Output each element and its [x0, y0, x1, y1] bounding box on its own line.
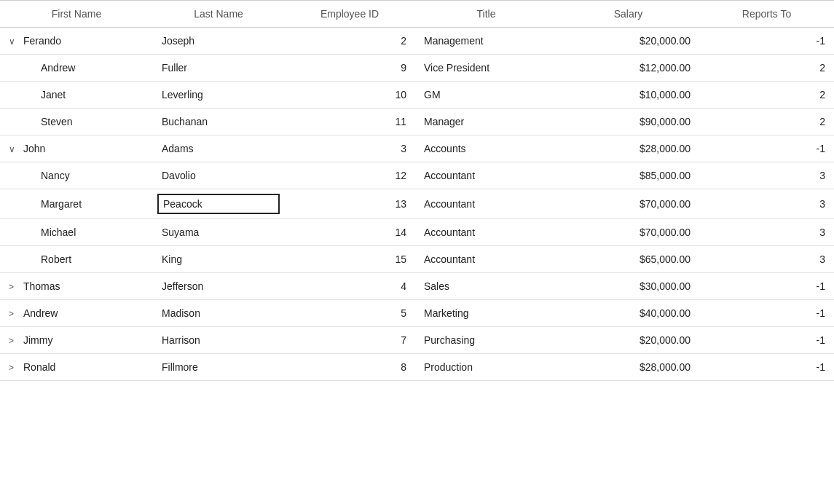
cell-emp-id: 5 — [284, 300, 415, 327]
cell-first-name: Nancy — [0, 162, 153, 189]
table-row[interactable]: MargaretPeacock13Accountant$70,000.003 — [0, 189, 834, 219]
cell-first-name: >Andrew — [0, 300, 153, 327]
cell-emp-id: 8 — [284, 354, 415, 381]
cell-emp-id: 9 — [284, 55, 415, 82]
cell-emp-id: 12 — [284, 162, 415, 189]
header-salary: Salary — [557, 1, 699, 28]
cell-reports-to: 3 — [699, 162, 834, 189]
expand-icon[interactable]: > — [9, 282, 20, 292]
expand-icon[interactable]: > — [9, 336, 20, 346]
first-name-text: Ronald — [23, 361, 55, 373]
table-row[interactable]: ∨FerandoJoseph2Management$20,000.00-1 — [0, 28, 834, 55]
header-emp-id: Employee ID — [284, 1, 415, 28]
cell-reports-to: 2 — [699, 55, 834, 82]
cell-first-name: Steven — [0, 109, 153, 135]
cell-emp-id: 2 — [284, 28, 415, 55]
cell-title: Accounts — [415, 135, 557, 162]
cell-last-name: Madison — [153, 300, 284, 327]
cell-last-name: Davolio — [153, 162, 284, 189]
cell-reports-to: 3 — [699, 189, 834, 219]
cell-last-name: Suyama — [153, 219, 284, 246]
cell-reports-to: -1 — [699, 28, 834, 55]
employee-table: First Name Last Name Employee ID Title S… — [0, 0, 834, 381]
cell-salary: $28,000.00 — [557, 135, 699, 162]
expand-icon[interactable]: > — [9, 309, 20, 319]
cell-last-name: King — [153, 246, 284, 273]
table-row[interactable]: AndrewFuller9Vice President$12,000.002 — [0, 55, 834, 82]
cell-first-name: ∨Ferando — [0, 28, 153, 55]
first-name-text: Robert — [41, 253, 71, 265]
cell-salary: $12,000.00 — [557, 55, 699, 82]
table-row[interactable]: MichaelSuyama14Accountant$70,000.003 — [0, 219, 834, 246]
table-row[interactable]: ∨JohnAdams3Accounts$28,000.00-1 — [0, 135, 834, 162]
cell-title: Accountant — [415, 219, 557, 246]
cell-emp-id: 14 — [284, 219, 415, 246]
collapse-icon[interactable]: ∨ — [9, 144, 20, 154]
data-grid: First Name Last Name Employee ID Title S… — [0, 0, 834, 381]
first-name-text: John — [23, 143, 45, 154]
cell-first-name: >Ronald — [0, 354, 153, 381]
cell-emp-id: 11 — [284, 109, 415, 135]
cell-salary: $65,000.00 — [557, 246, 699, 273]
table-row[interactable]: >JimmyHarrison7Purchasing$20,000.00-1 — [0, 327, 834, 354]
cell-emp-id: 3 — [284, 135, 415, 162]
first-name-text: Nancy — [41, 170, 70, 181]
cell-reports-to: 2 — [699, 82, 834, 109]
first-name-text: Andrew — [23, 307, 58, 319]
first-name-text: Michael — [41, 227, 76, 238]
cell-last-name: Joseph — [153, 28, 284, 55]
cell-last-name: Fillmore — [153, 354, 284, 381]
cell-title: Management — [415, 28, 557, 55]
cell-title: GM — [415, 82, 557, 109]
cell-emp-id: 7 — [284, 327, 415, 354]
cell-reports-to: 3 — [699, 219, 834, 246]
header-first-name: First Name — [0, 1, 153, 28]
cell-reports-to: 3 — [699, 246, 834, 273]
cell-last-name: Buchanan — [153, 109, 284, 135]
cell-emp-id: 10 — [284, 82, 415, 109]
cell-first-name: Michael — [0, 219, 153, 246]
cell-salary: $70,000.00 — [557, 219, 699, 246]
cell-title: Vice President — [415, 55, 557, 82]
first-name-text: Andrew — [41, 62, 75, 74]
first-name-text: Thomas — [23, 280, 60, 292]
first-name-text: Margaret — [41, 198, 82, 210]
header-title: Title — [415, 1, 557, 28]
cell-last-name: Fuller — [153, 55, 284, 82]
cell-salary: $40,000.00 — [557, 300, 699, 327]
first-name-text: Ferando — [23, 35, 61, 47]
cell-title: Production — [415, 354, 557, 381]
cell-salary: $28,000.00 — [557, 354, 699, 381]
cell-last-name: Jefferson — [153, 273, 284, 300]
cell-salary: $90,000.00 — [557, 109, 699, 135]
cell-title: Accountant — [415, 189, 557, 219]
cell-first-name: Janet — [0, 82, 153, 109]
header-reports-to: Reports To — [699, 1, 834, 28]
cell-salary: $30,000.00 — [557, 273, 699, 300]
cell-reports-to: -1 — [699, 354, 834, 381]
table-row[interactable]: >RonaldFillmore8Production$28,000.00-1 — [0, 354, 834, 381]
cell-first-name: ∨John — [0, 135, 153, 162]
cell-first-name: >Jimmy — [0, 327, 153, 354]
cell-first-name: Margaret — [0, 189, 153, 219]
table-row[interactable]: NancyDavolio12Accountant$85,000.003 — [0, 162, 834, 189]
cell-salary: $70,000.00 — [557, 189, 699, 219]
cell-reports-to: -1 — [699, 327, 834, 354]
cell-title: Accountant — [415, 162, 557, 189]
cell-first-name: Robert — [0, 246, 153, 273]
table-row[interactable]: >AndrewMadison5Marketing$40,000.00-1 — [0, 300, 834, 327]
collapse-icon[interactable]: ∨ — [9, 36, 20, 47]
header-last-name: Last Name — [153, 1, 284, 28]
cell-emp-id: 15 — [284, 246, 415, 273]
cell-title: Sales — [415, 273, 557, 300]
cell-salary: $20,000.00 — [557, 327, 699, 354]
cell-title: Marketing — [415, 300, 557, 327]
table-header: First Name Last Name Employee ID Title S… — [0, 1, 834, 28]
cell-first-name: Andrew — [0, 55, 153, 82]
table-row[interactable]: JanetLeverling10GM$10,000.002 — [0, 82, 834, 109]
table-row[interactable]: StevenBuchanan11Manager$90,000.002 — [0, 109, 834, 135]
table-row[interactable]: >ThomasJefferson4Sales$30,000.00-1 — [0, 273, 834, 300]
expand-icon[interactable]: > — [9, 363, 20, 373]
table-row[interactable]: RobertKing15Accountant$65,000.003 — [0, 246, 834, 273]
cell-salary: $20,000.00 — [557, 28, 699, 55]
